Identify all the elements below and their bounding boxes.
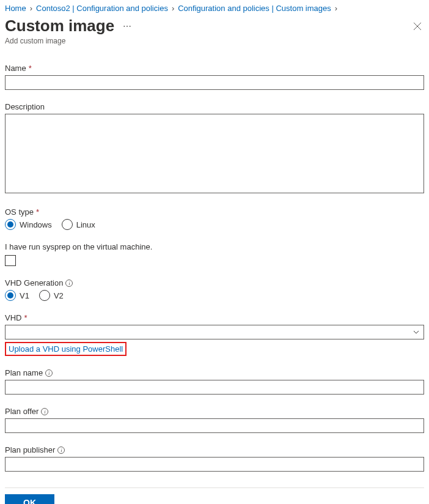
name-input[interactable] [5, 75, 424, 90]
breadcrumb-custom-images[interactable]: Configuration and policies | Custom imag… [178, 4, 331, 13]
info-icon[interactable]: i [45, 369, 53, 377]
required-indicator: * [24, 313, 27, 322]
page-subtitle: Add custom image [5, 37, 424, 45]
plan-offer-field-group: Plan offer i [5, 407, 424, 433]
info-icon[interactable]: i [65, 280, 73, 287]
radio-icon [39, 290, 50, 301]
breadcrumb-home[interactable]: Home [5, 4, 26, 13]
plan-publisher-input[interactable] [5, 457, 424, 472]
vhdgen-v2-label: V2 [54, 291, 64, 300]
ok-button[interactable]: OK [5, 494, 54, 504]
vhdgen-radio-v2[interactable]: V2 [39, 290, 64, 301]
close-button[interactable] [411, 20, 424, 33]
ostype-windows-label: Windows [20, 220, 52, 229]
sysprep-label: I have run sysprep on the virtual machin… [5, 242, 152, 251]
required-indicator: * [36, 207, 39, 217]
plan-name-field-group: Plan name i [5, 368, 424, 395]
plan-offer-label: Plan offer [5, 407, 38, 416]
plan-name-label: Plan name [5, 368, 43, 377]
plan-offer-input[interactable] [5, 418, 424, 433]
ostype-radio-linux[interactable]: Linux [62, 219, 95, 230]
radio-icon [5, 290, 16, 301]
ostype-linux-label: Linux [76, 220, 95, 229]
close-icon [413, 22, 422, 31]
name-label: Name [5, 64, 26, 73]
sysprep-field-group: I have run sysprep on the virtual machin… [5, 242, 424, 266]
chevron-right-icon: › [172, 4, 174, 13]
vhdgen-field-group: VHD Generation i V1 V2 [5, 278, 424, 301]
ostype-field-group: OS type * Windows Linux [5, 207, 424, 230]
plan-publisher-label: Plan publisher [5, 445, 55, 454]
vhdgen-label: VHD Generation [5, 278, 63, 287]
more-icon[interactable]: ⋯ [123, 21, 132, 31]
breadcrumb: Home › Contoso2 | Configuration and poli… [5, 4, 424, 13]
required-indicator: * [29, 64, 32, 73]
ostype-label: OS type [5, 207, 34, 217]
vhd-field-group: VHD * Upload a VHD using PowerShell [5, 313, 424, 356]
breadcrumb-config[interactable]: Contoso2 | Configuration and policies [36, 4, 168, 13]
vhd-label: VHD [5, 313, 21, 322]
sysprep-checkbox[interactable] [5, 255, 16, 266]
chevron-right-icon: › [335, 4, 337, 13]
plan-publisher-field-group: Plan publisher i [5, 445, 424, 472]
info-icon[interactable]: i [41, 408, 48, 415]
radio-icon [5, 219, 16, 230]
plan-name-input[interactable] [5, 380, 424, 395]
description-field-group: Description [5, 102, 424, 195]
chevron-down-icon [413, 328, 420, 336]
name-field-group: Name * [5, 64, 424, 90]
info-icon[interactable]: i [57, 447, 65, 454]
vhdgen-radio-v1[interactable]: V1 [5, 290, 29, 301]
upload-vhd-link[interactable]: Upload a VHD using PowerShell [5, 342, 127, 356]
description-input[interactable] [5, 114, 424, 193]
vhd-dropdown[interactable] [5, 325, 424, 339]
ostype-radio-windows[interactable]: Windows [5, 219, 52, 230]
chevron-right-icon: › [30, 4, 32, 13]
footer: OK [5, 487, 424, 504]
radio-icon [62, 219, 73, 230]
vhdgen-v1-label: V1 [20, 291, 29, 300]
description-label: Description [5, 102, 45, 111]
page-title: Custom image [5, 17, 114, 35]
page-header: Custom image ⋯ [5, 17, 424, 35]
